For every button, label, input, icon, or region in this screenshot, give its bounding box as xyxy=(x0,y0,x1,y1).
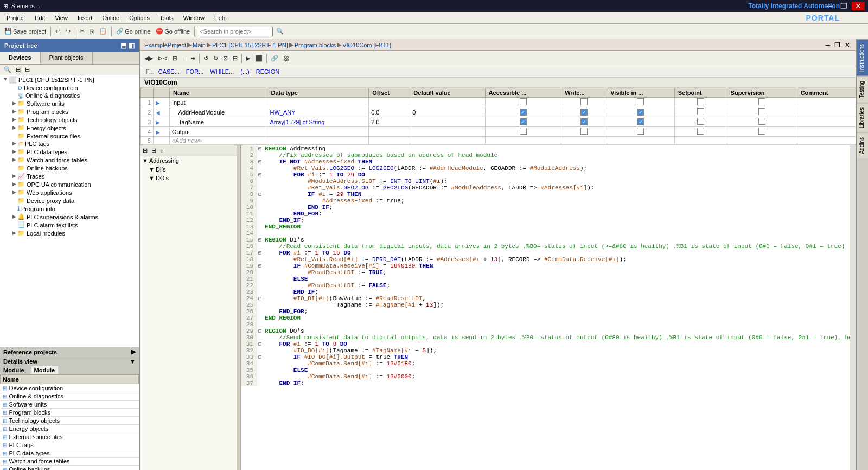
cell-check[interactable] xyxy=(674,127,727,137)
line-expand-btn[interactable]: ⊟ xyxy=(257,172,263,178)
block-btn-3[interactable]: ⊞ xyxy=(170,54,180,63)
tree-item-watch-tables[interactable]: ▶ 📁 Watch and force tables xyxy=(0,156,139,164)
cell-check[interactable] xyxy=(561,127,607,137)
breadcrumb-close-btn[interactable]: ✕ xyxy=(843,41,852,49)
cell-check[interactable] xyxy=(674,107,727,117)
module-table-row[interactable]: ⊞ Watch and force tables xyxy=(1,458,139,466)
tree-item-program-info[interactable]: ℹ Program info xyxy=(0,205,139,213)
cell-check[interactable] xyxy=(607,98,675,107)
tree-item-software-units[interactable]: ▶ 📁 Software units xyxy=(0,99,139,107)
outline-di[interactable]: ▼ DI's xyxy=(140,165,237,174)
line-expand-btn[interactable]: ⊟ xyxy=(257,191,263,198)
block-btn-9[interactable]: ⊞ xyxy=(231,54,240,63)
tree-collapse-all-btn[interactable]: ⊟ xyxy=(23,66,31,74)
breadcrumb-program-blocks[interactable]: Program blocks xyxy=(295,42,336,48)
tree-item-local-modules[interactable]: ▶ 📁 Local modules xyxy=(0,229,139,237)
breadcrumb-plc1[interactable]: PLC1 [CPU 1512SP F-1 PN] xyxy=(212,42,288,48)
kw-dots-btn[interactable]: (...) xyxy=(238,67,252,76)
line-expand-btn[interactable]: ⊟ xyxy=(257,237,263,243)
line-expand-btn[interactable]: ⊟ xyxy=(257,158,263,165)
cell-check[interactable]: ✓ xyxy=(561,107,607,117)
tree-item-tech-objects[interactable]: ▶ 📁 Technology objects xyxy=(0,116,139,124)
web-apps-expand[interactable]: ▶ xyxy=(11,189,17,196)
tree-item-online-backups[interactable]: 📁 Online backups xyxy=(0,164,139,172)
menu-project[interactable]: Project xyxy=(2,14,29,22)
tree-item-web-apps[interactable]: ▶ 📁 Web applications xyxy=(0,188,139,196)
sw-units-expand[interactable]: ▶ xyxy=(11,100,17,107)
line-expand-btn[interactable]: ⊟ xyxy=(257,295,263,302)
menu-help[interactable]: Help xyxy=(210,14,231,22)
tree-item-plc-data-types[interactable]: ▶ 📁 PLC data types xyxy=(0,148,139,156)
plc-tags-expand[interactable]: ▶ xyxy=(11,141,17,147)
collapse-tree-btn[interactable]: ◧ xyxy=(129,42,135,49)
tree-item-device-config[interactable]: ⚙ Device configuration xyxy=(0,84,139,92)
breadcrumb-example-project[interactable]: ExampleProject xyxy=(144,42,186,48)
redo-btn[interactable]: ↪ xyxy=(63,27,73,36)
cut-btn[interactable]: ✂ xyxy=(78,27,87,36)
line-expand-btn[interactable]: ⊟ xyxy=(257,328,263,334)
module-table-row[interactable]: ⊞ Device configuration xyxy=(1,384,139,392)
tree-item-plc-alarm-texts[interactable]: 📃 PLC alarm text lists xyxy=(0,221,139,229)
interface-row[interactable]: 2 ◀ AddrHeadModule HW_ANY 0.0 0 ✓ ✓ ✓ xyxy=(141,107,856,117)
interface-row[interactable]: 1 ▶ Input xyxy=(141,98,856,107)
module-table-row[interactable]: ⊞ PLC tags xyxy=(1,441,139,449)
tree-search-btn[interactable]: 🔍 xyxy=(2,66,13,74)
outline-add-btn[interactable]: + xyxy=(158,147,165,155)
cell-check[interactable]: ✓ xyxy=(485,117,561,127)
opc-comm-expand[interactable]: ▶ xyxy=(11,181,17,188)
block-btn-4[interactable]: ≡ xyxy=(180,54,188,63)
tree-item-device-proxy[interactable]: 📁 Device proxy data xyxy=(0,196,139,205)
tech-obj-expand[interactable]: ▶ xyxy=(11,117,17,123)
module-tab[interactable]: Module xyxy=(30,366,59,374)
energy-obj-expand[interactable]: ▶ xyxy=(11,125,17,131)
cell-check[interactable] xyxy=(485,98,561,107)
row-name[interactable]: «Add new» xyxy=(170,137,267,145)
side-tab-libraries[interactable]: Libraries xyxy=(857,103,869,132)
cell-check[interactable] xyxy=(727,98,797,107)
block-btn-6[interactable]: ↺ xyxy=(201,54,210,63)
search-btn[interactable]: 🔍 xyxy=(274,27,286,36)
line-expand-btn[interactable]: ⊟ xyxy=(257,145,263,152)
prog-blocks-expand[interactable]: ▶ xyxy=(11,109,17,115)
save-project-btn[interactable]: 💾 Save project xyxy=(2,27,48,36)
outline-addressing[interactable]: ▼ Addressing xyxy=(140,156,237,165)
block-btn-8[interactable]: ⊠ xyxy=(221,54,230,63)
kw-case-btn[interactable]: CASE... xyxy=(156,67,182,76)
outline-collapse-btn[interactable]: ⊟ xyxy=(150,147,158,155)
plc-sup-expand[interactable]: ▶ xyxy=(11,214,17,220)
interface-row[interactable]: 4 ▶ Output xyxy=(141,127,856,137)
copy-btn[interactable]: ⎘ xyxy=(88,27,96,36)
cell-check[interactable]: ✓ xyxy=(607,117,675,127)
interface-row[interactable]: 5 «Add new» xyxy=(141,137,856,145)
cell-check[interactable]: ✓ xyxy=(485,107,561,117)
block-unlink-btn[interactable]: ⛓ xyxy=(281,54,291,63)
local-modules-expand[interactable]: ▶ xyxy=(11,230,17,237)
module-table-row[interactable]: ⊞ PLC data types xyxy=(1,449,139,458)
row-name[interactable]: AddrHeadModule xyxy=(170,107,267,117)
side-tab-instructions[interactable]: Instructions xyxy=(857,39,869,76)
details-view-section[interactable]: Details view ▼ xyxy=(0,357,139,366)
cell-check[interactable] xyxy=(485,127,561,137)
go-offline-btn[interactable]: ⛔ Go offline xyxy=(154,27,192,36)
code-scrollbar[interactable] xyxy=(850,145,856,470)
kw-for-btn[interactable]: FOR... xyxy=(184,67,206,76)
module-table-row[interactable]: ⊞ Technology objects xyxy=(1,417,139,425)
tree-item-plc1[interactable]: ▼ ⬜ PLC1 [CPU 1512SP F-1 PN] xyxy=(0,75,139,84)
plc1-expand[interactable]: ▼ xyxy=(2,77,9,83)
paste-btn[interactable]: 📋 xyxy=(97,27,109,36)
cell-check[interactable] xyxy=(674,117,727,127)
tree-item-plc-supervisions[interactable]: ▶ 🔔 PLC supervisions & alarms xyxy=(0,213,139,221)
cell-check[interactable] xyxy=(607,127,675,137)
watch-tables-expand[interactable]: ▶ xyxy=(11,157,17,163)
module-table-row[interactable]: ⊞ Energy objects xyxy=(1,425,139,433)
devices-tab[interactable]: Devices xyxy=(0,52,41,64)
outline-do[interactable]: ▼ DO's xyxy=(140,174,237,182)
cell-check[interactable] xyxy=(674,98,727,107)
cell-check[interactable] xyxy=(727,127,797,137)
kw-while-btn[interactable]: WHILE... xyxy=(208,67,236,76)
menu-insert[interactable]: Insert xyxy=(73,14,97,22)
module-table-row[interactable]: ⊞ Software units xyxy=(1,401,139,409)
cell-check[interactable] xyxy=(727,117,797,127)
breadcrumb-vio10com[interactable]: VIO10Com [FB11] xyxy=(342,42,391,48)
search-input[interactable] xyxy=(197,27,273,36)
